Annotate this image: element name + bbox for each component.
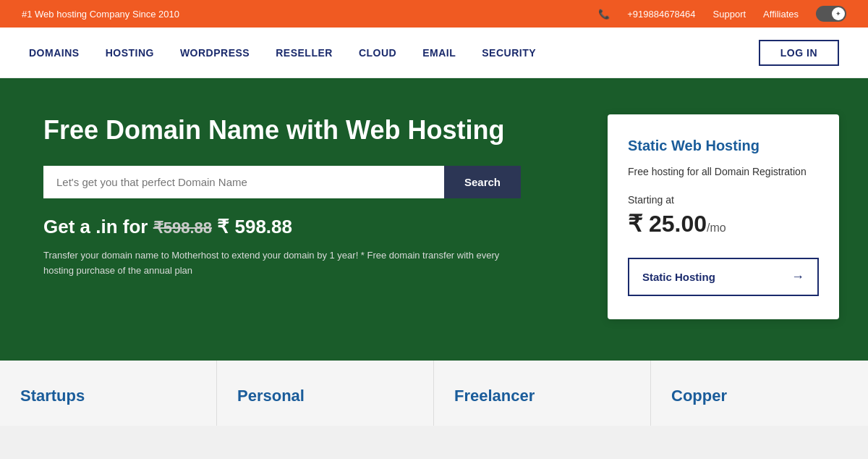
card-startups-label: Startups (20, 387, 196, 405)
toggle-knob: ✦ (832, 7, 845, 20)
nav-cloud[interactable]: CLOUD (359, 47, 396, 59)
hero-headline: Free Domain Name with Web Hosting (43, 114, 579, 146)
promo-prefix: Get a .in for (43, 216, 148, 237)
card-description: Free hosting for all Domain Registration (628, 164, 819, 180)
hero-left: Free Domain Name with Web Hosting Search… (43, 114, 579, 279)
nav-links: DOMAINS HOSTING WORDPRESS RESELLER CLOUD… (29, 47, 536, 59)
domain-search-input[interactable] (43, 166, 444, 198)
tagline: #1 Web hosting Company Since 2010 (22, 9, 179, 20)
per-mo: /mo (707, 222, 726, 234)
starting-at-label: Starting at (628, 194, 819, 206)
card-price: ₹ 25.00/mo (628, 210, 819, 237)
card-freelancer: Freelancer (434, 361, 651, 426)
static-hosting-button[interactable]: Static Hosting → (628, 258, 819, 296)
old-price: ₹598.88 (153, 219, 212, 237)
nav-security[interactable]: SECURITY (482, 47, 536, 59)
nav-hosting[interactable]: HOSTING (106, 47, 154, 59)
main-nav: DOMAINS HOSTING WORDPRESS RESELLER CLOUD… (0, 28, 868, 78)
transfer-text: Transfer your domain name to Motherhost … (43, 248, 506, 279)
new-price: ₹ 598.88 (217, 216, 292, 237)
nav-wordpress[interactable]: WORDPRESS (180, 47, 250, 59)
arrow-icon: → (791, 269, 804, 285)
top-bar-right: 📞 +919884678464 Support Affiliates ✦ (598, 6, 846, 22)
search-button[interactable]: Search (444, 166, 521, 198)
top-bar-left: #1 Web hosting Company Since 2010 (22, 9, 179, 20)
price-value: ₹ 25.00 (628, 211, 707, 237)
nav-email[interactable]: EMAIL (422, 47, 456, 59)
card-personal-label: Personal (237, 387, 413, 405)
hero-section: Free Domain Name with Web Hosting Search… (0, 78, 868, 361)
card-freelancer-label: Freelancer (454, 387, 630, 405)
phone-link[interactable]: +919884678464 (627, 9, 695, 20)
static-hosting-label: Static Hosting (642, 271, 715, 283)
hosting-card: Static Web Hosting Free hosting for all … (608, 114, 839, 319)
bottom-cards: Startups Personal Freelancer Copper (0, 361, 868, 426)
phone-icon: 📞 (598, 9, 610, 20)
top-bar: #1 Web hosting Company Since 2010 📞 +919… (0, 0, 868, 28)
support-link[interactable]: Support (713, 9, 746, 20)
domain-promo: Get a .in for ₹598.88 ₹ 598.88 (43, 216, 579, 238)
card-startups: Startups (0, 361, 217, 426)
affiliates-link[interactable]: Affiliates (763, 9, 799, 20)
search-bar: Search (43, 166, 521, 198)
card-title: Static Web Hosting (628, 138, 819, 154)
theme-toggle[interactable]: ✦ (816, 6, 846, 22)
login-button[interactable]: LOG IN (759, 40, 839, 66)
card-personal: Personal (217, 361, 434, 426)
card-copper-label: Copper (671, 387, 848, 405)
nav-reseller[interactable]: RESELLER (276, 47, 333, 59)
card-copper: Copper (651, 361, 868, 426)
nav-domains[interactable]: DOMAINS (29, 47, 80, 59)
